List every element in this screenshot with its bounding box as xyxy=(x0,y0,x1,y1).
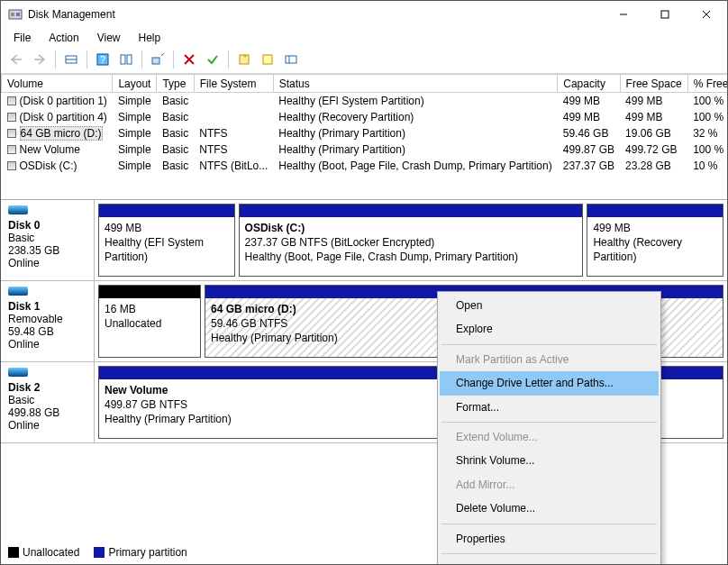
toolbar-separator xyxy=(228,50,229,68)
table-row[interactable]: New VolumeSimpleBasicNTFSHealthy (Primar… xyxy=(2,141,729,158)
context-menu: OpenExploreMark Partition as ActiveChang… xyxy=(437,291,661,565)
menu-item[interactable]: Change Drive Letter and Paths... xyxy=(440,371,659,395)
svg-rect-20 xyxy=(286,56,296,63)
menu-item[interactable]: Delete Volume... xyxy=(440,497,659,520)
menu-item[interactable]: Help xyxy=(440,557,659,565)
menu-item[interactable]: Explore xyxy=(440,317,659,341)
partition-body: 499 MBHealthy (Recovery Partition) xyxy=(587,217,723,276)
col-freespace[interactable]: Free Space xyxy=(620,75,687,93)
toolbar-separator xyxy=(86,50,87,68)
menu-separator xyxy=(441,553,657,554)
properties-icon[interactable] xyxy=(148,50,168,69)
menu-file[interactable]: File xyxy=(6,30,38,46)
partition-body: 16 MBUnallocated xyxy=(99,298,200,357)
svg-rect-19 xyxy=(263,55,272,64)
disk-row: Disk 0Basic238.35 GBOnline499 MBHealthy … xyxy=(1,200,727,281)
menu-item[interactable]: Properties xyxy=(440,527,659,551)
svg-rect-14 xyxy=(127,55,132,64)
help-icon[interactable]: ? xyxy=(93,50,113,69)
legend: Unallocated Primary partition xyxy=(8,546,187,559)
table-row[interactable]: (Disk 0 partition 4)SimpleBasicHealthy (… xyxy=(2,109,729,125)
partition-body: 499 MBHealthy (EFI System Partition) xyxy=(99,217,234,276)
menu-item: Add Mirror... xyxy=(440,473,659,497)
volume-name: New Volume xyxy=(20,143,80,156)
volume-name: OSDisk (C:) xyxy=(20,159,77,172)
volume-name: 64 GB micro (D:) xyxy=(20,126,103,141)
volume-icon xyxy=(7,96,16,105)
disk-icon xyxy=(8,368,28,377)
delete-icon[interactable] xyxy=(179,50,199,69)
table-row[interactable]: 64 GB micro (D:)SimpleBasicNTFSHealthy (… xyxy=(2,125,729,141)
toolbar: ? xyxy=(1,48,727,74)
disk-label[interactable]: Disk 0Basic238.35 GBOnline xyxy=(1,200,95,280)
svg-rect-13 xyxy=(121,55,125,64)
partition-stripe xyxy=(240,205,583,217)
table-row[interactable]: (Disk 0 partition 1)SimpleBasicHealthy (… xyxy=(2,93,729,110)
layout-icon[interactable] xyxy=(116,50,136,69)
disk-label[interactable]: Disk 2Basic499.88 GBOnline xyxy=(1,362,95,442)
partition-stripe xyxy=(99,205,234,217)
col-status[interactable]: Status xyxy=(273,75,557,93)
list-icon[interactable] xyxy=(281,50,301,69)
menu-item[interactable]: Open xyxy=(440,294,659,317)
svg-rect-15 xyxy=(152,58,159,64)
partition[interactable]: 499 MBHealthy (EFI System Partition) xyxy=(98,204,235,277)
disk-partitions: 499 MBHealthy (EFI System Partition)OSDi… xyxy=(95,200,727,280)
col-capacity[interactable]: Capacity xyxy=(558,75,620,93)
volume-table[interactable]: Volume Layout Type File System Status Ca… xyxy=(1,74,728,174)
menu-view[interactable]: View xyxy=(90,30,128,46)
menu-separator xyxy=(441,344,657,345)
svg-rect-4 xyxy=(661,11,669,18)
menu-separator xyxy=(441,422,657,423)
volume-icon xyxy=(7,129,16,138)
menu-item: Extend Volume... xyxy=(440,425,659,449)
menu-bar: File Action View Help xyxy=(1,28,727,48)
svg-text:?: ? xyxy=(100,55,105,65)
new-icon[interactable] xyxy=(234,50,254,69)
partition[interactable]: OSDisk (C:)237.37 GB NTFS (BitLocker Enc… xyxy=(239,204,584,277)
volume-icon xyxy=(7,145,16,154)
window-title: Disk Management xyxy=(28,8,603,21)
toolbar-separator xyxy=(141,50,142,68)
app-icon xyxy=(8,7,23,22)
col-layout[interactable]: Layout xyxy=(113,75,157,93)
disk-label[interactable]: Disk 1Removable59.48 GBOnline xyxy=(1,281,95,361)
volume-name: (Disk 0 partition 1) xyxy=(20,95,107,107)
partition-body: OSDisk (C:)237.37 GB NTFS (BitLocker Enc… xyxy=(240,217,583,276)
close-button[interactable] xyxy=(686,1,727,28)
volume-name: (Disk 0 partition 4) xyxy=(20,111,107,123)
volume-icon xyxy=(7,161,16,170)
col-filesystem[interactable]: File System xyxy=(194,75,273,93)
col-type[interactable]: Type xyxy=(157,75,194,93)
minimize-button[interactable] xyxy=(603,1,644,28)
col-pctfree[interactable]: % Free xyxy=(687,75,728,93)
toolbar-separator xyxy=(173,50,174,68)
partition-stripe xyxy=(587,205,723,217)
refresh-icon[interactable] xyxy=(258,50,278,69)
menu-item[interactable]: Format... xyxy=(440,396,659,419)
table-header-row: Volume Layout Type File System Status Ca… xyxy=(2,75,729,93)
svg-point-1 xyxy=(11,13,14,16)
col-volume[interactable]: Volume xyxy=(2,75,113,93)
disk-icon xyxy=(8,205,28,214)
forward-button[interactable] xyxy=(30,50,50,69)
disk-icon xyxy=(8,287,28,296)
svg-rect-2 xyxy=(16,13,20,16)
window-controls xyxy=(603,1,727,28)
menu-separator xyxy=(441,524,657,524)
legend-unallocated: Unallocated xyxy=(8,546,79,559)
partition-stripe xyxy=(99,286,200,298)
table-row[interactable]: OSDisk (C:)SimpleBasicNTFS (BitLo...Heal… xyxy=(2,158,729,174)
maximize-button[interactable] xyxy=(644,1,686,28)
apply-icon[interactable] xyxy=(203,50,223,69)
partition[interactable]: 16 MBUnallocated xyxy=(98,285,201,358)
back-button[interactable] xyxy=(6,50,26,69)
view-icon[interactable] xyxy=(61,50,81,69)
menu-help[interactable]: Help xyxy=(132,30,168,46)
partition[interactable]: 499 MBHealthy (Recovery Partition) xyxy=(587,204,723,277)
legend-primary: Primary partition xyxy=(94,546,187,559)
menu-action[interactable]: Action xyxy=(41,30,86,46)
title-bar: Disk Management xyxy=(1,1,727,28)
volume-icon xyxy=(7,113,16,122)
menu-item[interactable]: Shrink Volume... xyxy=(440,449,659,472)
